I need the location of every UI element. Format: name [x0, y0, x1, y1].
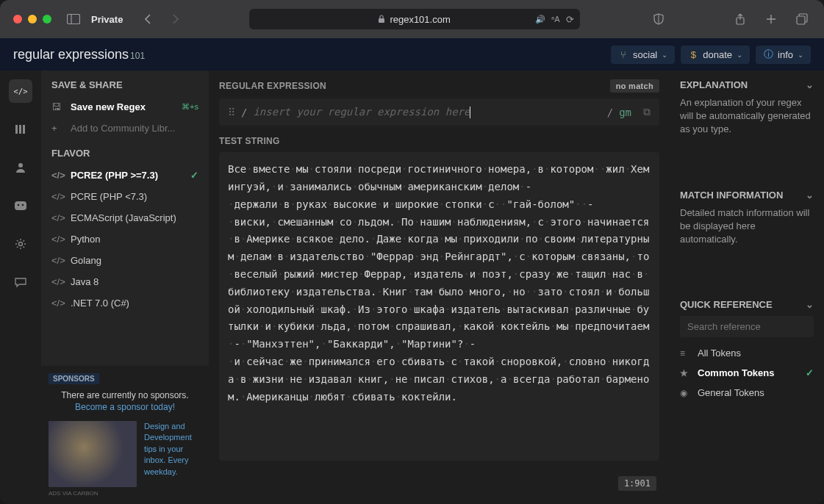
svg-rect-0 [68, 15, 80, 24]
code-icon: </> [51, 212, 63, 223]
info-menu[interactable]: ⓘinfo⌄ [756, 46, 811, 64]
rail-settings-icon[interactable] [9, 232, 32, 256]
logo[interactable]: regular expressions101 [13, 47, 145, 62]
social-menu[interactable]: ⑂social⌄ [611, 46, 675, 64]
sponsors-badge: SPONSORS [49, 373, 99, 384]
rail-chat-icon[interactable] [9, 270, 32, 294]
info-icon: ⓘ [763, 49, 773, 60]
ref-common-tokens[interactable]: ★Common Tokens✓ [680, 363, 814, 383]
dollar-icon: $ [688, 49, 698, 60]
rail-regex-icon[interactable]: </> [9, 79, 32, 103]
donate-menu[interactable]: $donate⌄ [681, 46, 750, 64]
match-info-header[interactable]: MATCH INFORMATION⌄ [680, 190, 814, 201]
regex-section-label: REGULAR EXPRESSION no match [219, 79, 659, 93]
quick-ref-header[interactable]: QUICK REFERENCE⌄ [680, 299, 814, 310]
chevron-down-icon: ⌄ [806, 79, 814, 90]
ref-all-tokens[interactable]: ≡All Tokens [680, 343, 814, 363]
plus-icon: + [51, 123, 63, 134]
regex-delimiter-open: / [241, 107, 247, 118]
code-icon: </> [51, 298, 63, 309]
text-cursor [470, 107, 470, 118]
regex-input[interactable]: ⠿ / insert your regular expression here … [219, 98, 659, 126]
flavor-golang[interactable]: </>Golang [41, 250, 209, 271]
test-string-input[interactable]: Все·вместе·мы·стояли·посреди·гостиничног… [219, 152, 659, 461]
svg-point-10 [18, 163, 23, 168]
save-shortcut: ⌘+s [182, 102, 198, 112]
become-sponsor-link[interactable]: Become a sponsor today! [49, 402, 201, 412]
drag-handle-icon[interactable]: ⠿ [228, 107, 235, 118]
svg-point-14 [19, 242, 23, 246]
traffic-lights [13, 15, 51, 24]
url-bar[interactable]: regex101.com 🔊 ᵃA ⟳ [249, 9, 580, 29]
rail-quiz-icon[interactable] [9, 194, 32, 217]
flavor-python[interactable]: </>Python [41, 228, 209, 250]
flavor-java[interactable]: </>Java 8 [41, 271, 209, 292]
branch-icon: ⑂ [618, 49, 628, 60]
left-rail: </> [0, 71, 41, 504]
center-panel: REGULAR EXPRESSION no match ⠿ / insert y… [209, 71, 670, 504]
regex-placeholder: insert your regular expression here [253, 106, 601, 118]
svg-rect-9 [23, 125, 25, 134]
minimize-window[interactable] [28, 15, 37, 24]
sponsors-panel: SPONSORS There are currently no sponsors… [41, 366, 209, 504]
save-new-regex[interactable]: 🖫 Save new Regex ⌘+s [41, 96, 209, 118]
circle-icon: ◉ [680, 388, 690, 398]
explanation-section: EXPLANATION⌄ An explanation of your rege… [680, 79, 814, 137]
rail-account-icon[interactable] [9, 156, 32, 179]
sponsors-none: There are currently no sponsors. [49, 390, 201, 400]
chevron-down-icon: ⌄ [798, 51, 803, 59]
flavor-dotnet[interactable]: </>.NET 7.0 (C#) [41, 292, 209, 314]
url-text: regex101.com [390, 14, 450, 25]
cursor-position: 1:901 [618, 476, 656, 491]
save-icon: 🖫 [51, 101, 63, 112]
flavor-pcre[interactable]: </>PCRE (PHP <7.3) [41, 186, 209, 207]
close-window[interactable] [13, 15, 22, 24]
chevron-down-icon: ⌄ [806, 190, 814, 201]
explanation-header[interactable]: EXPLANATION⌄ [680, 79, 814, 90]
chevron-down-icon: ⌄ [662, 51, 667, 59]
copy-icon[interactable]: ⧉ [643, 106, 651, 118]
sidebar-toggle-icon[interactable] [65, 10, 82, 28]
regex-flags[interactable]: gm [619, 107, 631, 118]
ad-image [49, 421, 137, 487]
test-string-section: TEST STRING Все·вместе·мы·стояли·посреди… [219, 136, 659, 461]
audio-icon[interactable]: 🔊 [535, 15, 545, 24]
tabs-icon[interactable] [793, 10, 811, 28]
flavor-pcre2[interactable]: </>PCRE2 (PHP >=7.3)✓ [41, 165, 209, 186]
svg-rect-2 [379, 18, 384, 23]
svg-rect-11 [15, 201, 26, 210]
share-icon[interactable] [731, 10, 749, 28]
shield-icon[interactable] [650, 10, 667, 28]
match-info-body: Detailed match information will be displ… [680, 206, 814, 247]
explanation-body: An explanation of your regex will be aut… [680, 96, 814, 137]
flavor-header: FLAVOR [41, 139, 209, 165]
quick-ref-section: QUICK REFERENCE⌄ ≡All Tokens ★Common Tok… [680, 299, 814, 403]
code-icon: </> [51, 170, 63, 181]
code-icon: </> [51, 255, 63, 266]
test-string-label: TEST STRING [219, 136, 659, 146]
save-share-header: SAVE & SHARE [41, 71, 209, 96]
svg-rect-7 [15, 125, 18, 134]
check-icon: ✓ [806, 367, 814, 378]
flavor-ecmascript[interactable]: </>ECMAScript (JavaScript) [41, 207, 209, 228]
forward-button[interactable] [167, 10, 184, 28]
carbon-label: ADS VIA CARBON [49, 490, 201, 497]
regex-delimiter-close: / [607, 107, 613, 118]
back-button[interactable] [139, 10, 157, 28]
quick-ref-search[interactable] [680, 316, 814, 337]
new-tab-icon[interactable] [762, 10, 780, 28]
reload-icon[interactable]: ⟳ [566, 14, 574, 25]
sidebar: SAVE & SHARE 🖫 Save new Regex ⌘+s + Add … [41, 71, 209, 504]
rail-library-icon[interactable] [9, 118, 32, 141]
add-community[interactable]: + Add to Community Libr... [41, 118, 209, 139]
main-layout: </> SAVE & SHARE 🖫 Save new Regex ⌘+s + … [0, 71, 824, 504]
translate-icon[interactable]: ᵃA [551, 15, 559, 24]
chevron-down-icon: ⌄ [737, 51, 742, 59]
match-status: no match [610, 79, 659, 93]
code-icon: </> [51, 276, 63, 287]
maximize-window[interactable] [43, 15, 51, 24]
svg-rect-8 [19, 125, 21, 134]
ref-general-tokens[interactable]: ◉General Tokens [680, 383, 814, 403]
star-icon: ★ [680, 368, 690, 378]
carbon-ad[interactable]: Design and Development tips in your inbo… [49, 421, 201, 487]
